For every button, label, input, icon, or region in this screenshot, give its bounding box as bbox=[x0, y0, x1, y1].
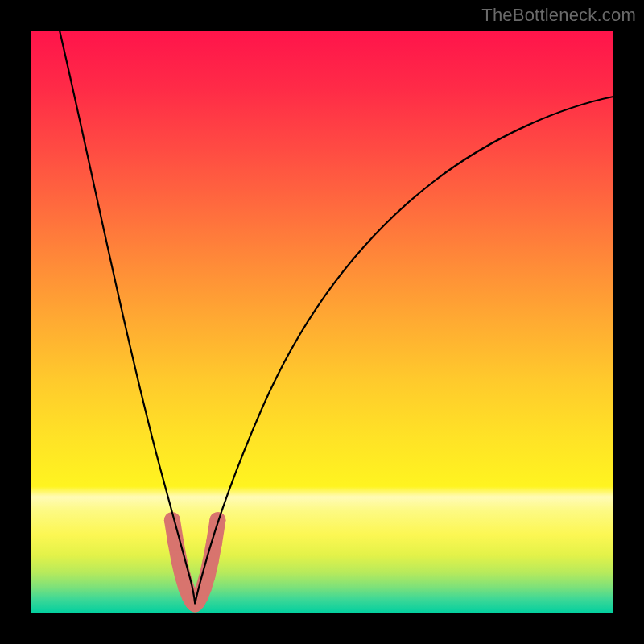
chart-frame: TheBottleneck.com bbox=[0, 0, 644, 644]
watermark-label: TheBottleneck.com bbox=[481, 5, 636, 26]
chart-background bbox=[31, 31, 613, 613]
chart-plot-area bbox=[31, 31, 613, 613]
valley-marker-dot bbox=[206, 535, 222, 551]
chart-svg bbox=[31, 31, 613, 613]
